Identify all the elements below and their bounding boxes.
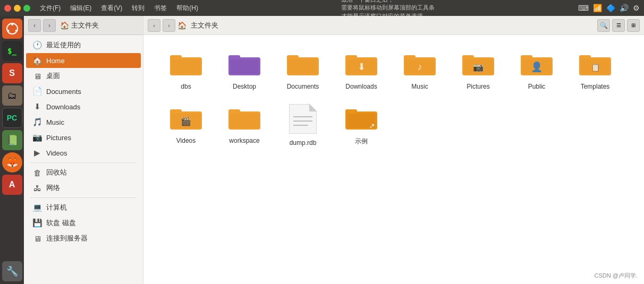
file-icon: 🎬 (170, 104, 202, 134)
sidebar-label-network: 网络 (46, 183, 60, 193)
file-label: Public (528, 83, 546, 90)
file-back-button[interactable]: ‹ (148, 19, 160, 32)
file-toolbar: ‹ › 🏠 主文件夹 🔍 ☰ ⊞ (143, 16, 644, 35)
dock-tools[interactable]: 🔧 (2, 261, 22, 281)
file-label: Videos (176, 137, 196, 144)
file-item-documents[interactable]: Documents (276, 46, 329, 94)
sidebar-label-computer: 计算机 (46, 203, 67, 212)
menu-view[interactable]: 查看(V) (97, 3, 126, 14)
svg-text:♪: ♪ (418, 62, 422, 72)
menu-help[interactable]: 帮助(H) (172, 3, 202, 14)
pictures-icon: 📷 (32, 133, 42, 142)
keyboard-icon[interactable]: ⌨ (578, 4, 589, 12)
file-path-home-icon: 🏠 (177, 21, 187, 30)
file-label: Documents (287, 83, 319, 90)
sidebar-item-connect[interactable]: 🖥 连接到服务器 (26, 231, 141, 246)
file-path-bar: 🏠 主文件夹 (177, 21, 218, 30)
file-item-templates[interactable]: 📋 Templates (569, 46, 622, 94)
sidebar-item-home[interactable]: 🏠 Home (26, 53, 141, 68)
file-item-public[interactable]: 👤 Public (510, 46, 563, 94)
home-folder-icon: 🏠 (32, 56, 42, 65)
watermark: CSDN @卢同学. (595, 272, 638, 280)
network-icon[interactable]: 📶 (593, 4, 602, 12)
menu-go[interactable]: 转到 (128, 3, 149, 14)
file-item-videos[interactable]: 🎬 Videos (159, 100, 213, 151)
bluetooth-icon[interactable]: 🔷 (606, 4, 615, 12)
maximize-button[interactable] (23, 5, 30, 12)
music-icon: 🎵 (32, 117, 42, 127)
svg-text:⬇: ⬇ (358, 62, 366, 72)
sidebar-item-network[interactable]: 🖧 网络 (26, 180, 141, 195)
svg-point-2 (7, 30, 9, 32)
search-button[interactable]: 🔍 (597, 19, 610, 32)
file-icon: ↗ (345, 104, 377, 134)
sidebar-item-videos[interactable]: ▶ Videos (26, 145, 141, 160)
file-item-dump.rdb[interactable]: dump.rdb (276, 100, 329, 151)
minimize-button[interactable] (14, 5, 21, 12)
sidebar-item-documents[interactable]: 📄 Documents (26, 84, 141, 99)
sidebar-item-desktop[interactable]: 🖥 桌面 (26, 68, 141, 83)
file-icon (289, 104, 317, 136)
sidebar-label-downloads: Downloads (46, 103, 80, 111)
svg-text:↗: ↗ (369, 122, 375, 130)
svg-text:📷: 📷 (473, 62, 484, 72)
sidebar-item-music[interactable]: 🎵 Music (26, 115, 141, 130)
sidebar-item-floppy[interactable]: 💾 软盘 磁盘 (26, 216, 141, 230)
file-item-music[interactable]: ♪ Music (393, 46, 446, 94)
settings-icon[interactable]: ⚙ (633, 4, 640, 12)
file-icon (228, 104, 260, 134)
list-view-button[interactable]: ☰ (612, 19, 625, 32)
menu-edit[interactable]: 编辑(E) (66, 3, 96, 14)
file-icon: ♪ (404, 50, 436, 80)
file-label: dbs (181, 83, 191, 90)
menu-items: 文件(F) 编辑(E) 查看(V) 转到 书签 帮助(H) (36, 3, 202, 14)
menu-file[interactable]: 文件(F) (36, 3, 65, 14)
grid-view-button[interactable]: ⊞ (627, 19, 640, 32)
forward-button[interactable]: › (43, 19, 56, 32)
file-item-示例[interactable]: ↗ 示例 (335, 100, 388, 151)
file-label: Templates (581, 83, 610, 90)
close-button[interactable] (4, 5, 11, 12)
sidebar-item-recent[interactable]: 🕐 最近使用的 (26, 38, 141, 53)
dock-terminal[interactable]: $_ (2, 41, 22, 61)
sidebar-label-desktop: 桌面 (46, 71, 60, 81)
file-forward-button[interactable]: › (163, 19, 175, 32)
file-item-pictures[interactable]: 📷 Pictures (452, 46, 505, 94)
dock-text-editor[interactable]: S (2, 63, 22, 83)
system-tray: ⌨ 📶 🔷 🔊 ⚙ (578, 4, 640, 12)
volume-icon[interactable]: 🔊 (620, 4, 629, 12)
dock-files[interactable]: 🗂 (2, 85, 22, 106)
file-item-dbs[interactable]: dbs (159, 46, 213, 94)
sidebar-label-music: Music (46, 118, 64, 126)
sidebar-toolbar: ‹ › 🏠 主文件夹 (24, 16, 143, 35)
file-search-bar: 🔍 ☰ ⊞ (597, 19, 640, 32)
divider-2 (30, 197, 137, 198)
svg-text:🎬: 🎬 (181, 116, 191, 126)
computer-icon: 💻 (32, 203, 42, 212)
dock-books[interactable]: 📗 (2, 130, 22, 150)
menu-bookmarks[interactable]: 书签 (150, 3, 171, 14)
svg-rect-12 (289, 59, 317, 74)
main-layout: $_ S 🗂 PC 📗 🦊 A 🔧 ‹ › 🏠 主文件夹 (0, 16, 644, 284)
home-icon: 🏠 (60, 21, 69, 30)
back-button[interactable]: ‹ (28, 19, 41, 32)
file-item-downloads[interactable]: ⬇ Downloads (335, 46, 388, 94)
sidebar-item-trash[interactable]: 🗑 回收站 (26, 165, 141, 180)
sidebar-section-recent: 🕐 最近使用的 🏠 Home 🖥 桌面 📄 Documents ⬇ Downlo… (24, 35, 143, 248)
file-icon (228, 50, 260, 80)
sidebar-item-pictures[interactable]: 📷 Pictures (26, 130, 141, 145)
file-item-workspace[interactable]: workspace (218, 100, 271, 151)
file-icon: 👤 (521, 50, 553, 80)
svg-point-1 (11, 23, 13, 25)
sidebar-label-pictures: Pictures (46, 134, 71, 142)
file-icon (170, 50, 202, 80)
sidebar-item-computer[interactable]: 💻 计算机 (26, 200, 141, 215)
dock-firefox[interactable]: 🦊 (2, 152, 22, 173)
dock-ubuntu[interactable] (2, 19, 22, 39)
sidebar-label-videos: Videos (46, 149, 67, 157)
sidebar-item-downloads[interactable]: ⬇ Downloads (26, 99, 141, 114)
file-label: Music (411, 83, 428, 90)
dock-pycharm[interactable]: PC (2, 108, 22, 128)
dock-app-store[interactable]: A (2, 175, 22, 195)
file-item-desktop[interactable]: Desktop (218, 46, 271, 94)
